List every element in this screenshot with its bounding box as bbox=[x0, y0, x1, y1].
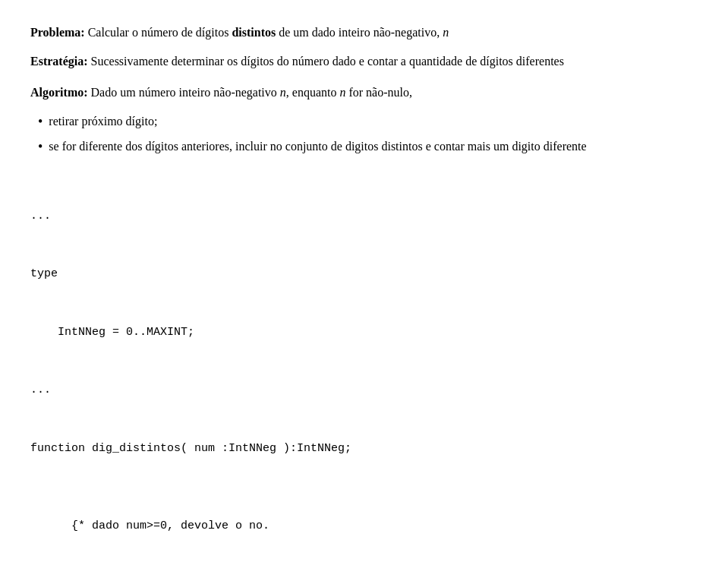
bullet-dot-1: • bbox=[38, 112, 43, 132]
code-comment-line: {* dado num>=0, devolve o no. bbox=[30, 497, 698, 555]
code-ellipsis-2: ... bbox=[30, 380, 698, 400]
bullet-text-1: retirar próximo dígito; bbox=[49, 112, 157, 131]
code-block: ... type IntNNeg = 0..MAXINT; ... functi… bbox=[30, 168, 698, 562]
bullet-dot-2: • bbox=[38, 137, 43, 157]
algorithm-text2: , enquanto bbox=[286, 86, 340, 99]
problem-label: Problema: bbox=[30, 26, 85, 39]
bullet-item-2: • se for diferente dos dígitos anteriore… bbox=[38, 137, 698, 157]
code-comment-1: {* dado num>=0, devolve o no. bbox=[71, 519, 269, 532]
problem-n: n bbox=[443, 26, 449, 39]
code-type-line: type bbox=[30, 264, 698, 284]
bullet-item-1: • retirar próximo dígito; bbox=[38, 112, 698, 132]
algorithm-text: Dado um número inteiro não-negativo bbox=[88, 86, 280, 99]
problem-text: Calcular o número de dígitos bbox=[85, 26, 232, 39]
algorithm-line: Algoritmo: Dado um número inteiro não-ne… bbox=[30, 83, 698, 103]
algorithm-section: Algoritmo: Dado um número inteiro não-ne… bbox=[30, 83, 698, 157]
code-intnneg-line: IntNNeg = 0..MAXINT; bbox=[30, 323, 698, 343]
algorithm-text3: for não-nulo, bbox=[345, 86, 412, 99]
code-function-line: function dig_distintos( num :IntNNeg ):I… bbox=[30, 439, 698, 459]
problem-bold: distintos bbox=[232, 26, 276, 39]
code-ellipsis-1: ... bbox=[30, 207, 698, 226]
algorithm-label: Algoritmo: bbox=[30, 86, 88, 99]
main-content: Problema: Calcular o número de dígitos d… bbox=[30, 23, 698, 562]
strategy-label: Estratégia: bbox=[30, 55, 88, 68]
problem-line: Problema: Calcular o número de dígitos d… bbox=[30, 23, 698, 43]
strategy-text: Sucessivamente determinar os dígitos do … bbox=[88, 55, 564, 68]
algorithm-n1: n bbox=[280, 86, 286, 99]
problem-text2: de um dado inteiro não-negativo, bbox=[276, 26, 443, 39]
strategy-line: Estratégia: Sucessivamente determinar os… bbox=[30, 52, 698, 71]
bullet-text-2: se for diferente dos dígitos anteriores,… bbox=[49, 137, 586, 156]
